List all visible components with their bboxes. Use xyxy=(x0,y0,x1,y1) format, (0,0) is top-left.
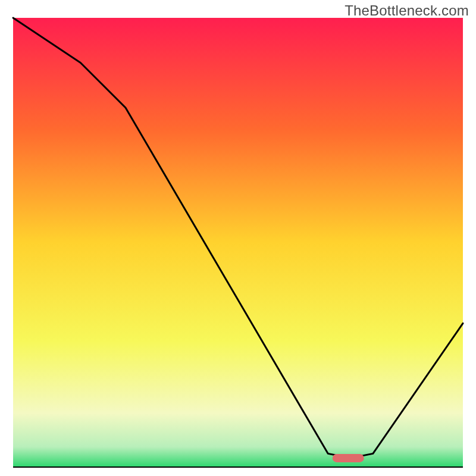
chart-background-gradient xyxy=(13,18,463,467)
optimal-range-marker xyxy=(333,454,364,462)
chart-container: TheBottleneck.com xyxy=(0,0,476,476)
bottleneck-chart xyxy=(0,0,476,476)
watermark-text: TheBottleneck.com xyxy=(345,2,469,19)
plot-area xyxy=(13,18,463,467)
